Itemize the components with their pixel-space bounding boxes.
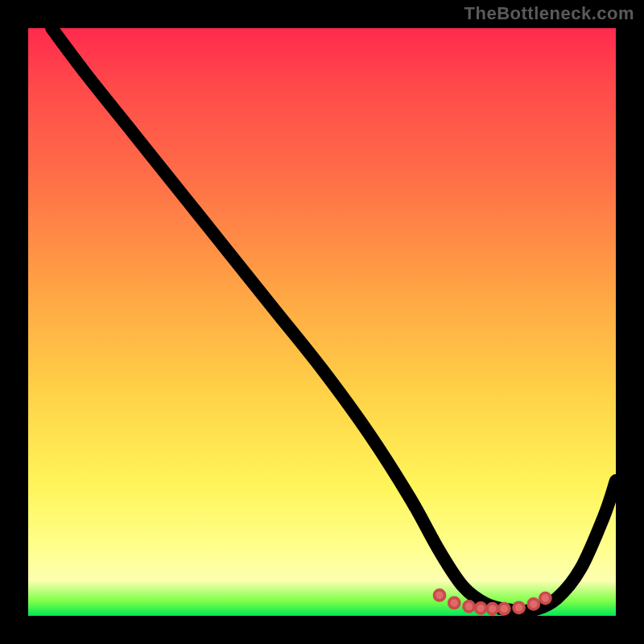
bottleneck-curve bbox=[52, 28, 616, 611]
plot-area bbox=[28, 28, 616, 616]
optimum-dot bbox=[464, 601, 474, 612]
optimum-dot bbox=[514, 602, 524, 613]
optimum-dot bbox=[499, 604, 510, 614]
optimum-dot bbox=[434, 590, 444, 601]
watermark-text: TheBottleneck.com bbox=[464, 3, 634, 24]
optimum-dot bbox=[528, 599, 539, 609]
optimum-dot bbox=[540, 593, 551, 604]
curve-layer bbox=[28, 28, 616, 616]
optimum-dot bbox=[449, 597, 460, 608]
chart-frame: TheBottleneck.com bbox=[0, 0, 644, 644]
optimum-dot bbox=[476, 603, 486, 613]
optimum-dot bbox=[487, 604, 497, 614]
